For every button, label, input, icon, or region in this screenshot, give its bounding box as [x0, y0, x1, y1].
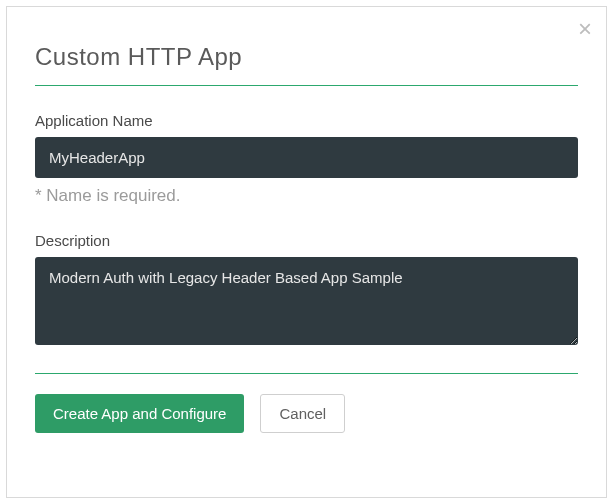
create-app-button[interactable]: Create App and Configure	[35, 394, 244, 433]
application-name-input[interactable]	[35, 137, 578, 178]
description-group: Description	[35, 232, 578, 349]
application-name-label: Application Name	[35, 112, 578, 129]
description-input[interactable]	[35, 257, 578, 345]
dialog-title: Custom HTTP App	[35, 43, 578, 71]
application-name-group: Application Name * Name is required.	[35, 112, 578, 206]
title-divider	[35, 85, 578, 86]
close-icon[interactable]: ×	[578, 17, 592, 41]
description-label: Description	[35, 232, 578, 249]
dialog-footer: Create App and Configure Cancel	[35, 394, 578, 433]
cancel-button[interactable]: Cancel	[260, 394, 345, 433]
footer-divider	[35, 373, 578, 374]
application-name-hint: * Name is required.	[35, 186, 578, 206]
custom-http-app-dialog: × Custom HTTP App Application Name * Nam…	[6, 6, 607, 498]
